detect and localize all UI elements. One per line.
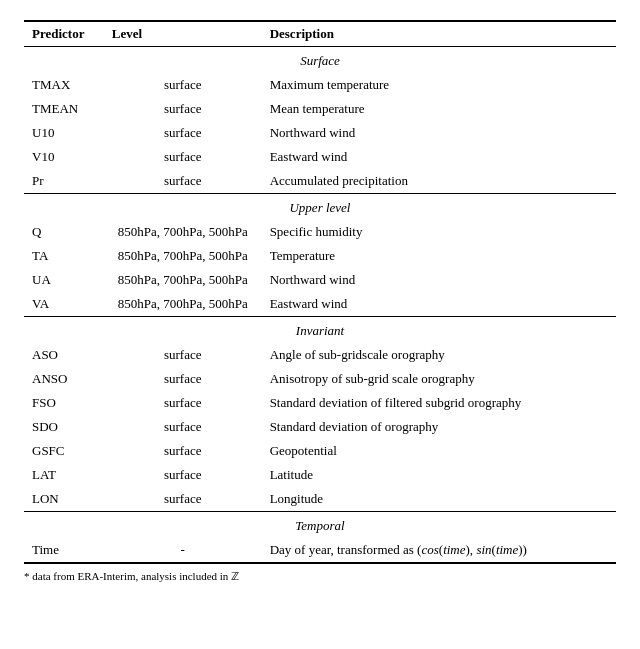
cell-description: Latitude bbox=[262, 463, 616, 487]
table-row: LONsurfaceLongitude bbox=[24, 487, 616, 512]
cell-predictor: V10 bbox=[24, 145, 104, 169]
cell-predictor: UA bbox=[24, 268, 104, 292]
cell-level: surface bbox=[104, 367, 262, 391]
section-header-temporal: Temporal bbox=[24, 512, 616, 539]
cell-description: Northward wind bbox=[262, 268, 616, 292]
section-header-upper-level: Upper level bbox=[24, 194, 616, 221]
cell-level: 850hPa, 700hPa, 500hPa bbox=[104, 244, 262, 268]
section-header-invariant: Invariant bbox=[24, 317, 616, 344]
cell-description: Eastward wind bbox=[262, 292, 616, 317]
cell-description: Geopotential bbox=[262, 439, 616, 463]
table-row: TA850hPa, 700hPa, 500hPaTemperature bbox=[24, 244, 616, 268]
cell-level: surface bbox=[104, 487, 262, 512]
cell-predictor: U10 bbox=[24, 121, 104, 145]
cell-level: surface bbox=[104, 169, 262, 194]
table-row: FSOsurfaceStandard deviation of filtered… bbox=[24, 391, 616, 415]
header-level: Level bbox=[104, 21, 262, 47]
table-row: U10surfaceNorthward wind bbox=[24, 121, 616, 145]
cell-level: surface bbox=[104, 343, 262, 367]
table-row: GSFCsurfaceGeopotential bbox=[24, 439, 616, 463]
table-row: ANSOsurfaceAnisotropy of sub-grid scale … bbox=[24, 367, 616, 391]
cell-predictor: TA bbox=[24, 244, 104, 268]
cell-description: Maximum temperature bbox=[262, 73, 616, 97]
cell-description: Day of year, transformed as (cos(time), … bbox=[262, 538, 616, 563]
table-footer: * data from ERA-Interim, analysis includ… bbox=[24, 570, 616, 583]
cell-predictor: TMAX bbox=[24, 73, 104, 97]
cell-level: - bbox=[104, 538, 262, 563]
cell-predictor: ASO bbox=[24, 343, 104, 367]
cell-level: 850hPa, 700hPa, 500hPa bbox=[104, 292, 262, 317]
cell-level: surface bbox=[104, 463, 262, 487]
cell-level: 850hPa, 700hPa, 500hPa bbox=[104, 220, 262, 244]
table-row: ASOsurfaceAngle of sub-gridscale orograp… bbox=[24, 343, 616, 367]
table-row: V10surfaceEastward wind bbox=[24, 145, 616, 169]
cell-level: surface bbox=[104, 391, 262, 415]
predictors-table: Predictor Level Description SurfaceTMAXs… bbox=[24, 20, 616, 564]
table-row: VA850hPa, 700hPa, 500hPaEastward wind bbox=[24, 292, 616, 317]
cell-description: Standard deviation of filtered subgrid o… bbox=[262, 391, 616, 415]
cell-predictor: FSO bbox=[24, 391, 104, 415]
cell-level: surface bbox=[104, 121, 262, 145]
header-predictor: Predictor bbox=[24, 21, 104, 47]
cell-predictor: GSFC bbox=[24, 439, 104, 463]
cell-predictor: LON bbox=[24, 487, 104, 512]
cell-predictor: Pr bbox=[24, 169, 104, 194]
cell-description: Temperature bbox=[262, 244, 616, 268]
cell-description: Northward wind bbox=[262, 121, 616, 145]
cell-predictor: Time bbox=[24, 538, 104, 563]
cell-predictor: VA bbox=[24, 292, 104, 317]
table-row: Q850hPa, 700hPa, 500hPaSpecific humidity bbox=[24, 220, 616, 244]
table-row: TMEANsurfaceMean temperature bbox=[24, 97, 616, 121]
table-row: LATsurfaceLatitude bbox=[24, 463, 616, 487]
table-row: TMAXsurfaceMaximum temperature bbox=[24, 73, 616, 97]
cell-description: Anisotropy of sub-grid scale orography bbox=[262, 367, 616, 391]
cell-description: Standard deviation of orography bbox=[262, 415, 616, 439]
cell-description: Eastward wind bbox=[262, 145, 616, 169]
cell-description: Longitude bbox=[262, 487, 616, 512]
table-row: PrsurfaceAccumulated precipitation bbox=[24, 169, 616, 194]
section-header-surface: Surface bbox=[24, 47, 616, 74]
header-description: Description bbox=[262, 21, 616, 47]
cell-level: surface bbox=[104, 415, 262, 439]
table-row: UA850hPa, 700hPa, 500hPaNorthward wind bbox=[24, 268, 616, 292]
cell-level: surface bbox=[104, 73, 262, 97]
cell-description: Angle of sub-gridscale orography bbox=[262, 343, 616, 367]
table-row: Time-Day of year, transformed as (cos(ti… bbox=[24, 538, 616, 563]
cell-description: Specific humidity bbox=[262, 220, 616, 244]
cell-predictor: ANSO bbox=[24, 367, 104, 391]
cell-level: surface bbox=[104, 145, 262, 169]
cell-level: surface bbox=[104, 97, 262, 121]
table-row: SDOsurfaceStandard deviation of orograph… bbox=[24, 415, 616, 439]
cell-predictor: LAT bbox=[24, 463, 104, 487]
cell-predictor: Q bbox=[24, 220, 104, 244]
cell-level: 850hPa, 700hPa, 500hPa bbox=[104, 268, 262, 292]
cell-predictor: TMEAN bbox=[24, 97, 104, 121]
cell-description: Accumulated precipitation bbox=[262, 169, 616, 194]
cell-predictor: SDO bbox=[24, 415, 104, 439]
cell-description: Mean temperature bbox=[262, 97, 616, 121]
cell-level: surface bbox=[104, 439, 262, 463]
